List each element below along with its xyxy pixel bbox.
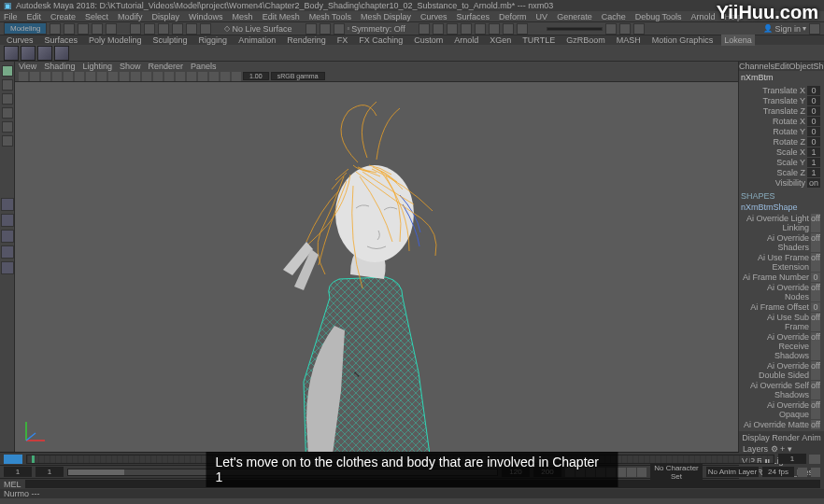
panel-tool-icon[interactable] xyxy=(187,72,196,81)
channel-row[interactable]: Ai Override Nodesoff xyxy=(741,283,822,301)
shelf-tab[interactable]: Custom xyxy=(411,35,446,46)
menu-select[interactable]: Select xyxy=(85,12,108,21)
status-btn[interactable] xyxy=(305,23,317,35)
panel-tool-icon[interactable] xyxy=(220,72,230,81)
layout-single[interactable] xyxy=(1,198,14,211)
layout-four[interactable] xyxy=(1,214,14,227)
channel-row[interactable]: Rotate X0 xyxy=(741,117,822,126)
sign-in-button[interactable]: 👤 Sign in ▾ xyxy=(763,24,806,34)
panel-tool-icon[interactable] xyxy=(164,72,174,81)
playback-start-field[interactable]: 1 xyxy=(36,467,64,477)
shelf-tab[interactable]: MASH xyxy=(614,35,644,46)
channel-row[interactable]: Ai Override Opaqueoff xyxy=(741,400,822,419)
panel-menu-item[interactable]: Show xyxy=(120,62,141,71)
menu-generate[interactable]: Generate xyxy=(557,12,592,21)
panel-zoom[interactable]: 1.00 xyxy=(243,72,269,80)
channel-tab[interactable]: Show xyxy=(814,62,824,71)
menu-cache[interactable]: Cache xyxy=(602,12,626,21)
display-tab[interactable]: Anim xyxy=(802,433,821,442)
menu-display[interactable]: Display xyxy=(152,12,180,21)
channel-row[interactable]: Rotate Z0 xyxy=(741,137,822,147)
char-set-dropdown[interactable]: No Character Set xyxy=(650,463,703,482)
select-tool[interactable] xyxy=(2,65,13,77)
status-btn[interactable] xyxy=(320,23,331,35)
panel-menu-item[interactable]: View xyxy=(19,62,36,71)
live-surface-toggle[interactable]: ◇ No Live Surface xyxy=(224,24,291,34)
menu-mesh-tools[interactable]: Mesh Tools xyxy=(309,12,351,21)
panel-tool-icon[interactable] xyxy=(41,72,50,81)
menu-arnold[interactable]: Arnold xyxy=(691,12,716,21)
channel-row[interactable]: Translate Y0 xyxy=(741,96,822,105)
input-field[interactable] xyxy=(547,27,603,31)
shelf-icon[interactable] xyxy=(4,46,19,61)
status-btn[interactable] xyxy=(50,23,61,35)
channel-row[interactable]: Translate X0 xyxy=(741,86,822,95)
menu-mesh[interactable]: Mesh xyxy=(233,12,253,21)
panel-tool-icon[interactable] xyxy=(52,72,62,81)
status-btn[interactable] xyxy=(633,23,645,35)
status-btn[interactable] xyxy=(334,23,345,35)
step-fwd-button[interactable] xyxy=(627,468,636,477)
panel-tool-icon[interactable] xyxy=(232,72,241,81)
panel-tool-icon[interactable] xyxy=(108,72,118,81)
status-btn[interactable] xyxy=(144,23,155,35)
status-btn[interactable] xyxy=(419,23,430,35)
channel-row[interactable]: Rotate Y0 xyxy=(741,127,822,136)
channel-row[interactable]: Scale Z1 xyxy=(741,168,822,177)
panel-tool-icon[interactable] xyxy=(19,72,28,81)
panel-menu-item[interactable]: Shading xyxy=(44,62,75,71)
channel-row[interactable]: Visibilityon xyxy=(741,178,822,188)
range-handle[interactable] xyxy=(68,469,124,475)
layout-persp[interactable] xyxy=(1,230,14,243)
status-btn[interactable] xyxy=(489,23,500,35)
shelf-icon[interactable] xyxy=(37,46,52,61)
menu-surfaces[interactable]: Surfaces xyxy=(457,12,490,21)
channel-tab[interactable]: Object xyxy=(789,62,814,71)
shelf-tab[interactable]: Rendering xyxy=(284,35,329,46)
status-btn[interactable] xyxy=(106,23,117,35)
layout-outliner[interactable] xyxy=(1,245,14,259)
panel-tool-icon[interactable] xyxy=(64,72,73,81)
channel-row[interactable]: Ai Override Self Shadowsoff xyxy=(741,381,822,399)
status-btn[interactable] xyxy=(619,23,631,35)
channel-row[interactable]: Ai Override Receive Shadowsoff xyxy=(741,332,822,360)
shelf-tab[interactable]: Motion Graphics xyxy=(649,35,717,46)
panel-tool-icon[interactable] xyxy=(120,72,129,81)
panel-tool-icon[interactable] xyxy=(142,72,151,81)
prefs-button[interactable] xyxy=(811,468,820,477)
shelf-tab[interactable]: Curves xyxy=(4,35,36,46)
status-btn[interactable] xyxy=(172,23,183,35)
panel-tool-icon[interactable] xyxy=(131,72,140,81)
channel-row[interactable]: Translate Z0 xyxy=(741,106,822,116)
command-language-label[interactable]: MEL xyxy=(4,480,21,489)
range-start-field[interactable]: 1 xyxy=(4,467,32,477)
shelf-tab[interactable]: Lokena xyxy=(721,35,755,46)
status-btn[interactable] xyxy=(475,23,486,35)
channel-row[interactable]: Ai Override Double Sidedoff xyxy=(741,361,822,380)
menu-curves[interactable]: Curves xyxy=(420,12,448,21)
channel-tab[interactable]: Channels xyxy=(739,62,774,71)
menu-uv[interactable]: UV xyxy=(536,12,548,21)
menu-file[interactable]: File xyxy=(4,12,18,21)
panel-tool-icon[interactable] xyxy=(198,72,207,81)
status-btn[interactable] xyxy=(92,23,103,35)
status-btn[interactable] xyxy=(605,23,617,35)
scale-tool[interactable] xyxy=(2,135,13,147)
channel-row[interactable]: Ai Use Frame Extensionoff xyxy=(741,253,822,272)
panel-menu-item[interactable]: Lighting xyxy=(82,62,112,71)
panel-tool-icon[interactable] xyxy=(86,72,95,81)
menu-deform[interactable]: Deform xyxy=(499,12,527,21)
channel-row[interactable]: Ai Override Matteoff xyxy=(741,420,822,429)
status-btn[interactable] xyxy=(517,23,528,35)
paint-select-tool[interactable] xyxy=(2,93,13,105)
panel-tool-icon[interactable] xyxy=(30,72,39,81)
shelf-tab[interactable]: Animation xyxy=(235,35,278,46)
status-btn[interactable] xyxy=(433,23,444,35)
menu-edit-mesh[interactable]: Edit Mesh xyxy=(263,12,300,21)
viewport-3d[interactable]: ⤡ xyxy=(15,82,738,452)
status-btn[interactable] xyxy=(78,23,89,35)
channel-row[interactable]: Ai Use Sub Frameoff xyxy=(741,313,822,331)
status-btn[interactable] xyxy=(461,23,472,35)
shelf-icon[interactable] xyxy=(54,46,69,61)
status-btn[interactable] xyxy=(158,23,169,35)
